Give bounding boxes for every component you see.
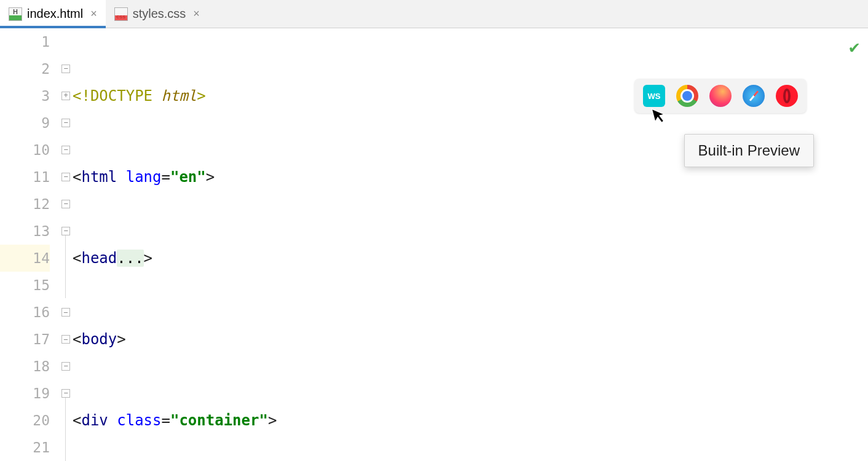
fold-guide (65, 235, 66, 298)
code-editor[interactable]: 1 2 3 9 10 11 12 13 14 15 16 17 18 19 20… (0, 28, 868, 461)
line-number: 11 (0, 164, 50, 191)
tooltip-built-in-preview: Built-in Preview (684, 134, 814, 167)
browser-preview-bar (634, 79, 807, 113)
line-number: 16 (0, 299, 50, 326)
line-number: 20 (0, 407, 50, 434)
tab-index-html[interactable]: index.html × (0, 0, 106, 28)
tab-label: index.html (27, 7, 83, 21)
tab-styles-css[interactable]: styles.css × (106, 0, 208, 28)
opera-icon[interactable] (776, 85, 798, 107)
line-number: 12 (0, 191, 50, 218)
line-number: 15 (0, 272, 50, 299)
line-number: 18 (0, 353, 50, 380)
close-icon[interactable]: × (193, 7, 200, 20)
code-line: <body> (73, 326, 868, 353)
code-line: <head...> (73, 245, 868, 272)
line-number: 1 (0, 28, 50, 55)
line-number: 17 (0, 326, 50, 353)
chrome-icon[interactable] (676, 85, 698, 107)
line-number: 10 (0, 136, 50, 164)
line-number: 3 (0, 82, 50, 109)
line-number: 9 (0, 109, 50, 136)
tooltip-text: Built-in Preview (698, 142, 800, 159)
line-number-gutter: 1 2 3 9 10 11 12 13 14 15 16 17 18 19 20… (0, 28, 66, 461)
close-icon[interactable]: × (90, 7, 97, 20)
webstorm-preview-icon[interactable] (643, 85, 665, 107)
css-file-icon (114, 7, 128, 21)
safari-icon[interactable] (743, 85, 765, 107)
line-number: 13 (0, 218, 50, 245)
line-number: 19 (0, 380, 50, 407)
code-line: <div class="container"> (73, 407, 868, 434)
tab-label: styles.css (133, 7, 186, 21)
html-file-icon (9, 7, 22, 21)
line-number: 21 (0, 434, 50, 461)
firefox-icon[interactable] (709, 85, 732, 107)
tab-bar: index.html × styles.css × (0, 0, 868, 28)
line-number: 2 (0, 55, 50, 82)
line-number: 14 (0, 245, 50, 272)
fold-guide (65, 398, 66, 461)
code-line: <html lang="en"> (73, 164, 868, 191)
inspection-ok-icon[interactable]: ✔ (849, 37, 859, 57)
